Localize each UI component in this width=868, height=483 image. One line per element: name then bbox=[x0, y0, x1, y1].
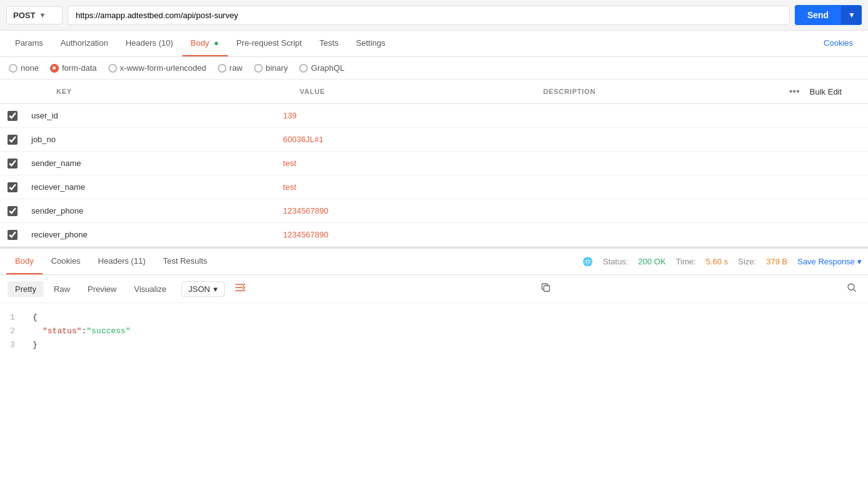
json-value: "success" bbox=[86, 326, 130, 336]
app-container: POST ▼ Send ▼ Params Authorization Heade… bbox=[0, 0, 868, 360]
response-section: Body Cookies Headers (11) Test Results 🌐… bbox=[0, 247, 868, 360]
tab-params[interactable]: Params bbox=[6, 31, 52, 56]
more-options-button[interactable]: ••• bbox=[787, 83, 802, 100]
row-checkbox-cell bbox=[0, 206, 25, 216]
row-checkbox-cell bbox=[0, 158, 25, 169]
svg-line-5 bbox=[854, 289, 856, 292]
json-line-2: 2 "status":"success" bbox=[10, 325, 858, 338]
body-active-dot: ● bbox=[214, 38, 219, 48]
response-tab-test-results[interactable]: Test Results bbox=[154, 249, 216, 274]
radio-none-circle bbox=[9, 64, 18, 73]
search-button[interactable] bbox=[843, 280, 860, 298]
send-button-group: Send ▼ bbox=[795, 5, 862, 25]
radio-urlencoded-circle bbox=[108, 64, 117, 73]
tab-body[interactable]: Body ● bbox=[182, 31, 228, 56]
response-tab-bar: Body Cookies Headers (11) Test Results 🌐… bbox=[0, 249, 868, 275]
json-open-brace: { bbox=[33, 311, 38, 325]
send-dropdown-button[interactable]: ▼ bbox=[841, 6, 862, 24]
method-select[interactable]: POST ▼ bbox=[6, 6, 63, 24]
table-row: reciever_name test bbox=[0, 175, 868, 199]
svg-rect-3 bbox=[544, 286, 549, 291]
bulk-edit-button[interactable]: Bulk Edit bbox=[807, 85, 844, 99]
tab-tests[interactable]: Tests bbox=[310, 31, 347, 56]
row-description bbox=[529, 112, 780, 120]
row-value: 60036JL#1 bbox=[277, 131, 528, 148]
row-key: sender_phone bbox=[25, 202, 277, 219]
globe-icon: 🌐 bbox=[583, 257, 593, 266]
body-type-row: none form-data x-www-form-urlencoded raw… bbox=[0, 57, 868, 80]
status-value: 200 OK bbox=[638, 257, 666, 266]
header-key: KEY bbox=[25, 83, 294, 100]
row-value: 139 bbox=[277, 107, 528, 124]
radio-urlencoded[interactable]: x-www-form-urlencoded bbox=[108, 63, 207, 73]
time-label: Time: bbox=[676, 257, 696, 266]
row-checkbox[interactable] bbox=[8, 230, 18, 240]
row-description bbox=[529, 160, 780, 167]
header-description: DESCRIPTION bbox=[537, 83, 780, 100]
format-tab-raw[interactable]: Raw bbox=[46, 281, 78, 297]
row-checkbox-cell bbox=[0, 230, 25, 240]
radio-none[interactable]: none bbox=[9, 63, 39, 73]
radio-form-data[interactable]: form-data bbox=[50, 63, 97, 73]
response-format-bar: Pretty Raw Preview Visualize JSON ▾ bbox=[0, 275, 868, 303]
tab-authorization[interactable]: Authorization bbox=[52, 31, 117, 56]
tab-cookies[interactable]: Cookies bbox=[815, 31, 862, 56]
size-value: 379 B bbox=[766, 257, 787, 266]
method-chevron: ▼ bbox=[39, 11, 46, 19]
send-button[interactable]: Send bbox=[795, 5, 841, 25]
method-label: POST bbox=[13, 11, 35, 20]
row-checkbox[interactable] bbox=[8, 182, 18, 192]
format-tab-preview[interactable]: Preview bbox=[80, 281, 124, 297]
radio-binary[interactable]: binary bbox=[254, 63, 288, 73]
row-checkbox[interactable] bbox=[8, 111, 18, 121]
url-bar: POST ▼ Send ▼ bbox=[0, 0, 868, 31]
row-key: job_no bbox=[25, 131, 277, 148]
json-line-1: 1 { bbox=[10, 311, 858, 325]
tab-settings[interactable]: Settings bbox=[347, 31, 394, 56]
json-key: "status" bbox=[43, 326, 81, 336]
line-number: 1 bbox=[10, 311, 23, 325]
table-row: sender_phone 1234567890 bbox=[0, 199, 868, 223]
response-status-area: 🌐 Status: 200 OK Time: 5.60 s Size: 379 … bbox=[583, 257, 862, 266]
line-number: 3 bbox=[10, 338, 23, 352]
header-actions: ••• Bulk Edit bbox=[780, 80, 868, 103]
row-checkbox[interactable] bbox=[8, 206, 18, 216]
save-response-button[interactable]: Save Response ▾ bbox=[797, 257, 862, 266]
url-input[interactable] bbox=[68, 6, 790, 25]
json-line-3: 3 } bbox=[10, 338, 858, 352]
row-checkbox-cell bbox=[0, 135, 25, 145]
table-row: job_no 60036JL#1 bbox=[0, 128, 868, 152]
row-checkbox[interactable] bbox=[8, 135, 18, 145]
response-tab-body[interactable]: Body bbox=[6, 249, 43, 274]
table-row: reciever_phone 1234567890 bbox=[0, 223, 868, 247]
json-response-content: 1 { 2 "status":"success" 3 } bbox=[0, 303, 868, 360]
radio-raw[interactable]: raw bbox=[218, 63, 243, 73]
row-key: reciever_phone bbox=[25, 226, 277, 243]
tab-pre-request[interactable]: Pre-request Script bbox=[228, 31, 311, 56]
row-value: test bbox=[277, 155, 528, 172]
kv-table-header: KEY VALUE DESCRIPTION ••• Bulk Edit bbox=[0, 80, 868, 104]
radio-graphql[interactable]: GraphQL bbox=[299, 63, 344, 73]
row-value: test bbox=[277, 179, 528, 195]
format-dropdown[interactable]: JSON ▾ bbox=[181, 281, 225, 297]
row-key: sender_name bbox=[25, 155, 277, 172]
format-tab-visualize[interactable]: Visualize bbox=[126, 281, 174, 297]
wrap-button[interactable] bbox=[232, 281, 248, 297]
response-tab-headers[interactable]: Headers (11) bbox=[89, 249, 155, 274]
status-label: Status: bbox=[603, 257, 628, 266]
row-value: 1234567890 bbox=[277, 202, 528, 219]
row-value: 1234567890 bbox=[277, 226, 528, 243]
radio-form-data-circle bbox=[50, 64, 59, 73]
response-tab-cookies[interactable]: Cookies bbox=[43, 249, 89, 274]
request-tab-bar: Params Authorization Headers (10) Body ●… bbox=[0, 31, 868, 57]
tab-headers[interactable]: Headers (10) bbox=[117, 31, 182, 56]
copy-button[interactable] bbox=[537, 280, 554, 298]
row-checkbox[interactable] bbox=[8, 158, 18, 169]
radio-raw-circle bbox=[218, 64, 227, 73]
header-value: VALUE bbox=[294, 83, 537, 100]
radio-binary-circle bbox=[254, 64, 263, 73]
row-checkbox-cell bbox=[0, 182, 25, 192]
format-tab-pretty[interactable]: Pretty bbox=[8, 281, 44, 297]
row-description bbox=[529, 136, 780, 143]
kv-table-body: user_id 139 job_no 60036JL#1 sender_name… bbox=[0, 104, 868, 247]
